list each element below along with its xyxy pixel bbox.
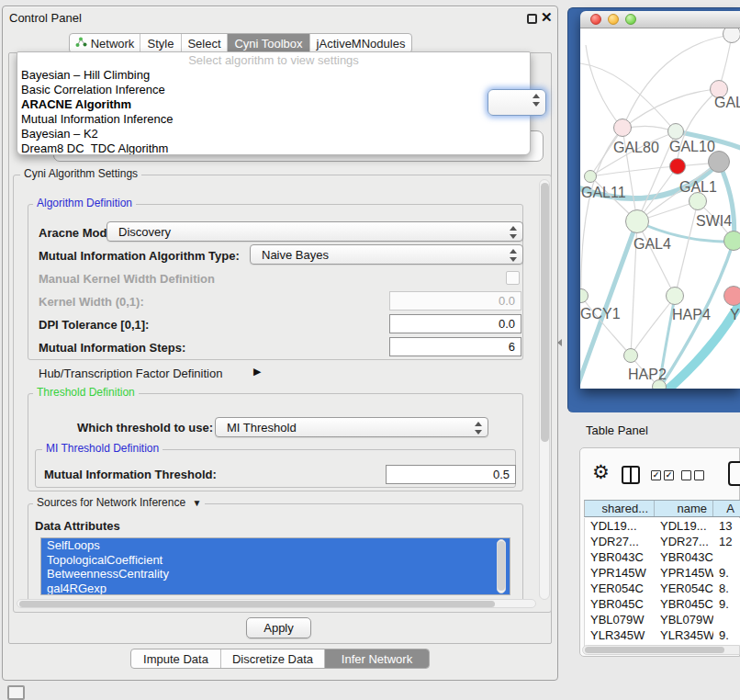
table-row[interactable]: YDL19...YDL19...13 <box>585 518 740 534</box>
mi-threshold-label: Mutual Information Threshold: <box>44 468 217 481</box>
window-close-button[interactable] <box>590 14 601 25</box>
table-cell: 8. <box>713 581 740 596</box>
tab-infer-network[interactable]: Infer Network <box>325 649 429 668</box>
table-row[interactable]: YDR27...YDR27...12 <box>585 534 740 549</box>
dpi-tolerance-field[interactable]: 0.0 <box>389 314 521 333</box>
attribute-item-betweennesscentrality[interactable]: BetweennessCentrality <box>41 567 510 581</box>
minimized-panel-icon[interactable] <box>7 685 25 700</box>
tab-impute-data[interactable]: Impute Data <box>131 649 221 668</box>
algorithm-definition-title: Algorithm Definition <box>33 198 136 209</box>
network-node[interactable] <box>723 28 740 43</box>
network-node[interactable] <box>652 379 667 389</box>
expand-down-icon[interactable]: ▼ <box>192 498 201 508</box>
tab-style[interactable]: Style <box>140 34 182 52</box>
which-threshold-combobox[interactable]: MI Threshold <box>215 417 488 437</box>
attribute-item-topologicalcoefficient[interactable]: TopologicalCoefficient <box>41 553 510 568</box>
mi-steps-field[interactable]: 6 <box>389 337 521 356</box>
tab-discretize-data[interactable]: Discretize Data <box>221 649 325 668</box>
table-hscrollbar-thumb[interactable] <box>585 647 724 653</box>
kernel-width-field[interactable]: 0.0 <box>389 291 521 310</box>
tab-label: Network <box>91 37 135 51</box>
gear-icon[interactable]: ⚙ <box>592 461 610 483</box>
table-row[interactable]: YER054CYER054C8. <box>585 581 740 596</box>
manual-kernel-checkbox[interactable] <box>506 271 520 285</box>
network-node-hap4[interactable] <box>666 287 684 305</box>
sources-group-title: Sources for Network Inference ▼ <box>33 497 205 509</box>
attribute-item-gal4rgexp[interactable]: gal4RGexp <box>41 581 510 596</box>
tab-select[interactable]: Select <box>182 34 228 52</box>
split-columns-icon[interactable] <box>622 466 640 484</box>
settings-hscrollbar-thumb[interactable] <box>19 601 495 607</box>
node-label: Y <box>730 307 740 323</box>
float-panel-icon[interactable] <box>527 14 537 24</box>
node-label: SWI4 <box>696 213 732 230</box>
spinner-arrows-icon <box>532 94 541 107</box>
settings-vscrollbar-thumb[interactable] <box>541 183 549 442</box>
column-header-name[interactable]: name <box>655 501 713 517</box>
unchecked-box-icon <box>694 470 704 480</box>
dropdown-item-mutual-information-inference[interactable]: Mutual Information Inference <box>17 112 530 127</box>
column-header-shared[interactable]: shared... <box>585 501 655 517</box>
network-node-hap2[interactable] <box>623 348 638 363</box>
table-cell: YBR045C <box>585 596 655 612</box>
attribute-list-scrollbar-thumb[interactable] <box>498 541 505 591</box>
dropdown-item-bayesian-hill-climbing[interactable]: Bayesian – Hill Climbing <box>17 68 530 83</box>
table-cell: YLR345W <box>585 627 655 643</box>
network-node-gal4[interactable] <box>625 209 649 233</box>
tab-network[interactable]: Network <box>70 34 140 52</box>
network-node-gal11[interactable] <box>584 170 597 183</box>
network-node[interactable] <box>669 158 686 175</box>
hub-section-label[interactable]: Hub/Transcription Factor Definition <box>39 367 222 380</box>
table-row[interactable]: YBR045CYBR045C9. <box>585 596 740 612</box>
algorithm-dropdown-list: Select algorithm to view settings Bayesi… <box>17 51 531 155</box>
table-row[interactable]: YLR345WYLR345W9. <box>585 627 740 643</box>
table-row[interactable]: YBL079WYBL079W <box>585 612 740 627</box>
dropdown-item-dream8-dc-tdc-algorithm[interactable]: Dream8 DC_TDC Algorithm <box>17 141 530 155</box>
expand-right-icon[interactable]: ▶ <box>253 366 261 378</box>
aracne-mode-combobox[interactable]: Discovery <box>107 221 523 242</box>
network-node-gal80[interactable] <box>613 119 632 137</box>
network-node[interactable] <box>708 151 730 173</box>
aracne-mode-value: Discovery <box>118 225 171 239</box>
apply-button[interactable]: Apply <box>246 617 311 638</box>
close-icon[interactable]: ✕ <box>541 9 553 26</box>
table-cell: YDL19... <box>585 518 655 534</box>
table-row[interactable]: YPR145WYPR145W9. <box>585 565 740 581</box>
node-label: GAL <box>714 95 740 111</box>
window-zoom-button[interactable] <box>625 14 636 25</box>
mi-type-combobox[interactable]: Naive Bayes <box>250 244 523 265</box>
table-row[interactable]: YBR043CYBR043C <box>585 549 740 565</box>
node-label: GAL80 <box>613 140 659 156</box>
column-header-a[interactable]: A <box>713 501 740 517</box>
attribute-item-selfloops[interactable]: SelfLoops <box>41 538 510 553</box>
dropdown-item-aracne-algorithm[interactable]: ARACNE Algorithm <box>17 97 530 112</box>
checked-box-icon: ✓ <box>651 470 661 480</box>
mi-type-label: Mutual Information Algorithm Type: <box>39 249 240 263</box>
network-node-y[interactable] <box>723 286 740 306</box>
node-label: GAL1 <box>679 179 717 196</box>
control-panel-tabstrip: NetworkStyleSelectCyni ToolboxjActiveMNo… <box>69 33 412 53</box>
mi-threshold-field[interactable]: 0.5 <box>386 465 516 484</box>
node-label: GAL10 <box>669 139 715 155</box>
network-node-gal10[interactable] <box>667 123 684 140</box>
tab-jactivemnodules[interactable]: jActiveMNodules <box>310 34 411 52</box>
table-cell: 9. <box>713 596 740 612</box>
document-icon[interactable] <box>728 461 740 486</box>
deselect-all-checkboxes-icon[interactable] <box>681 470 704 480</box>
tab-cyni-toolbox[interactable]: Cyni Toolbox <box>228 34 310 52</box>
combo-stepper-icon <box>509 226 518 239</box>
dropdown-item-basic-correlation-inference[interactable]: Basic Correlation Inference <box>17 83 530 97</box>
network-window-titlebar[interactable] <box>580 11 740 28</box>
splitpane-handle-icon[interactable] <box>557 339 562 346</box>
select-all-checkboxes-icon[interactable]: ✓ ✓ <box>651 470 674 480</box>
network-node-gcy1[interactable] <box>580 288 589 303</box>
kernel-width-label: Kernel Width (0,1): <box>39 295 144 309</box>
data-attributes-list[interactable]: SelfLoopsTopologicalCoefficientBetweenne… <box>40 537 510 595</box>
network-canvas[interactable]: GALGAL80GAL10GAL11GAL1GAL4SWI4GCY1HAP4YH… <box>580 28 740 389</box>
table-cell: YLR345W <box>655 627 713 643</box>
table-cell: YBR045C <box>655 596 713 612</box>
focused-spinner-fragment[interactable] <box>488 89 546 116</box>
window-minimize-button[interactable] <box>608 14 619 25</box>
dropdown-item-bayesian-k2[interactable]: Bayesian – K2 <box>17 127 530 141</box>
network-node-swi4[interactable] <box>723 231 740 251</box>
